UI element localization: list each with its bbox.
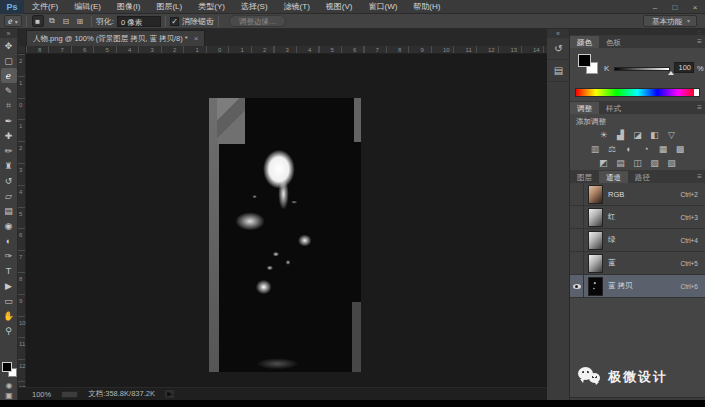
history-panel-icon[interactable]: ↺ [547,38,570,60]
foreground-color-swatch[interactable] [578,54,591,67]
tab-样式[interactable]: 样式 [599,102,628,114]
adjustment-icon[interactable]: ◩ [597,158,610,169]
hand-tool[interactable]: ✋ [1,308,17,323]
pen-tool[interactable]: ✑ [1,248,17,263]
tab-通道[interactable]: 通道 [599,171,628,183]
adjustment-icon[interactable]: ▽ [665,130,678,141]
workspace-switcher[interactable]: 基本功能 ▾ [643,15,697,27]
menu-item[interactable]: 窗口(W) [360,0,405,14]
collapse-tools-icon[interactable]: » [0,29,17,38]
status-menu-arrow-icon[interactable]: ▶ [165,390,174,398]
tab-路径[interactable]: 路径 [628,171,657,183]
quick-selection-tool[interactable]: ✎ [1,83,17,98]
crop-tool[interactable]: ⌗ [1,98,17,113]
path-selection-tool[interactable]: ▶ [1,278,17,293]
adjustment-icon[interactable]: ▟ [614,130,627,141]
properties-panel-icon[interactable]: ▤ [547,60,570,82]
shape-tool[interactable]: ▭ [1,293,17,308]
type-tool[interactable]: T [1,263,17,278]
eye-icon [573,284,581,289]
active-tool-preset[interactable]: ℯ ▾ [4,15,22,27]
channel-row[interactable]: 绿Ctrl+4 [570,229,705,252]
maximize-button[interactable]: □ [665,0,685,14]
eraser-tool[interactable]: ▱ [1,188,17,203]
menu-item[interactable]: 帮助(H) [405,0,448,14]
menu-item[interactable]: 图层(L) [148,0,190,14]
visibility-toggle[interactable] [570,252,584,274]
add-to-selection-icon[interactable]: ⧉ [46,15,58,27]
subtract-from-selection-icon[interactable]: ⊟ [60,15,72,27]
minimize-button[interactable]: – [645,0,665,14]
canvas-image[interactable] [209,98,361,372]
dodge-tool[interactable]: ◐ [1,233,17,248]
channel-row[interactable]: 蓝 拷贝Ctrl+6 [570,275,705,298]
panel-menu-icon[interactable]: ≡ [697,37,702,46]
adjustment-icon[interactable]: ▦ [657,144,670,155]
ruler-number: 6 [353,46,356,54]
foreground-color-swatch[interactable] [2,362,12,372]
adjustment-icon[interactable]: ◧ [648,130,661,141]
tab-颜色[interactable]: 颜色 [570,36,599,48]
antialias-checkbox[interactable]: ✓ [170,17,179,26]
k-slider-track[interactable] [614,67,670,71]
visibility-toggle[interactable] [570,183,584,205]
visibility-toggle[interactable] [570,229,584,251]
zoom-level[interactable]: 100% [32,390,51,399]
brush-tool[interactable]: ✏ [1,143,17,158]
clone-stamp-tool[interactable]: ♜ [1,158,17,173]
adjustments-panel: 调整样式≡ 添加调整 ☀▟◪◧▽▥⚖◐◔▦▩◩▤◫▧▨ [570,101,705,170]
adjustment-icon[interactable]: ◪ [631,130,644,141]
adjustment-icon[interactable]: ⚖ [606,144,619,155]
adjustment-icon[interactable]: ▨ [665,158,678,169]
menu-item[interactable]: 编辑(E) [66,0,109,14]
separator [218,16,219,27]
adjustment-icon[interactable]: ☀ [597,130,610,141]
color-spectrum-ramp[interactable] [575,88,700,97]
quick-mask-icon[interactable]: ◉ [0,381,18,390]
adjustment-icon[interactable]: ▧ [648,158,661,169]
adjustment-icon[interactable]: ▤ [614,158,627,169]
gradient-tool[interactable]: ▤ [1,203,17,218]
close-button[interactable]: × [685,0,705,14]
refine-edge-button[interactable]: 调整边缘… [229,15,287,27]
adjustment-icon[interactable]: ◫ [631,158,644,169]
feather-input[interactable]: 0 像素 [117,16,161,27]
menu-item[interactable]: 文件(F) [24,0,66,14]
adjustment-icon[interactable]: ▩ [674,144,687,155]
healing-brush-tool[interactable]: ✚ [1,128,17,143]
tab-调整[interactable]: 调整 [570,102,599,114]
eyedropper-tool[interactable]: ✒ [1,113,17,128]
screen-mode-icon[interactable]: ▣ [0,391,18,400]
panel-menu-icon[interactable]: ≡ [697,172,702,181]
menu-item[interactable]: 图像(I) [109,0,149,14]
menu-item[interactable]: 选择(S) [233,0,276,14]
close-icon[interactable]: × [194,34,199,43]
menu-item[interactable]: 视图(V) [318,0,361,14]
blur-tool[interactable]: ◉ [1,218,17,233]
k-value-input[interactable]: 100 [674,62,694,73]
adjustment-icon[interactable]: ◔ [640,144,653,155]
expand-panels-icon[interactable]: « [547,29,569,38]
document-tab-bar: 人物.png @ 100% (背景图层 拷贝, 蓝 拷贝/8) * × [18,29,547,46]
move-tool[interactable]: ✥ [1,38,17,53]
menu-item[interactable]: 滤镜(T) [276,0,318,14]
document-tab[interactable]: 人物.png @ 100% (背景图层 拷贝, 蓝 拷贝/8) * × [26,30,205,46]
lasso-tool[interactable]: ℯ [1,68,17,83]
adjustment-icon[interactable]: ◐ [623,144,636,155]
intersect-selection-icon[interactable]: ⊞ [74,15,86,27]
menu-item[interactable]: 类型(Y) [190,0,233,14]
panel-menu-icon[interactable]: ≡ [697,103,702,112]
tab-图层[interactable]: 图层 [570,171,599,183]
channel-row[interactable]: 红Ctrl+3 [570,206,705,229]
history-brush-tool[interactable]: ↺ [1,173,17,188]
channel-row[interactable]: RGBCtrl+2 [570,183,705,206]
new-selection-icon[interactable]: ■ [32,15,44,27]
visibility-toggle[interactable] [570,206,584,228]
marquee-tool[interactable]: ▢ [1,53,17,68]
visibility-toggle[interactable] [570,275,584,297]
tab-色板[interactable]: 色板 [599,36,628,48]
adjustment-icon[interactable]: ▥ [589,144,602,155]
zoom-tool[interactable]: ⚲ [1,323,17,338]
ruler-number: 3 [151,46,154,54]
channel-row[interactable]: 蓝Ctrl+5 [570,252,705,275]
